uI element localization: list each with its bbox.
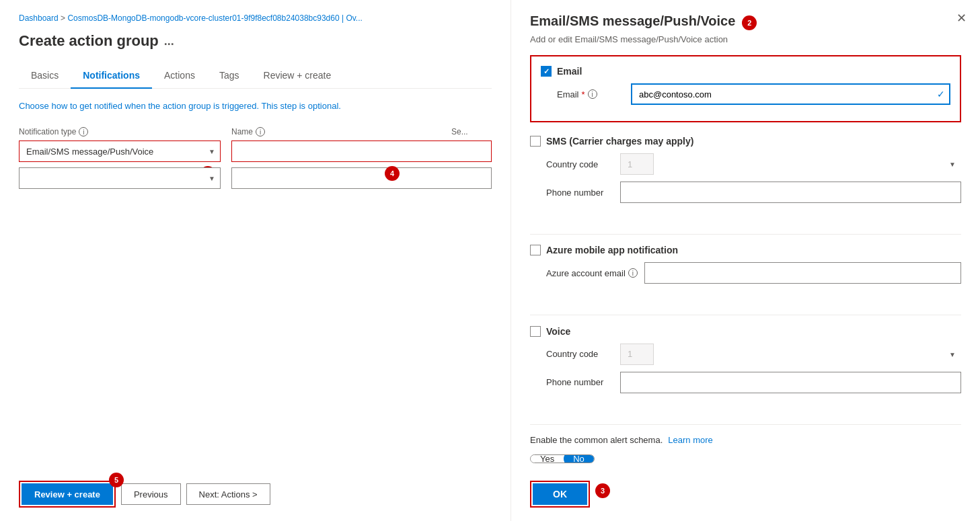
sms-section-title: SMS (Carrier charges may apply) bbox=[546, 136, 693, 147]
email-input-wrapper: ✓ bbox=[631, 83, 950, 105]
step-badge-4: 4 bbox=[385, 166, 400, 181]
voice-country-code-wrapper: 1 ▼ bbox=[620, 344, 961, 365]
previous-button[interactable]: Previous bbox=[121, 483, 181, 505]
notification-rows: Email/SMS message/Push/Voice ▼ 1 4 ▼ bbox=[19, 141, 492, 189]
learn-more-link[interactable]: Learn more bbox=[668, 435, 712, 445]
azure-account-email-row: Azure account email i bbox=[530, 262, 961, 284]
step-description: Choose how to get notified when the acti… bbox=[19, 101, 492, 111]
step-badge-2: 2 bbox=[742, 15, 757, 30]
required-star: * bbox=[582, 89, 585, 99]
check-icon: ✓ bbox=[937, 89, 945, 99]
alert-schema-toggle: Yes No bbox=[530, 454, 595, 463]
name-info-icon[interactable]: i bbox=[256, 127, 265, 136]
panel-title-group: Email/SMS message/Push/Voice 2 Add or ed… bbox=[530, 13, 757, 55]
left-panel: Dashboard > CosmosDB-MongoDB-mongodb-vco… bbox=[0, 0, 511, 521]
azure-account-email-input[interactable] bbox=[644, 262, 961, 284]
panel-subtitle: Add or edit Email/SMS message/Push/Voice… bbox=[530, 34, 757, 44]
col-se-header: Se... bbox=[451, 127, 492, 136]
azure-app-checkbox-row: Azure mobile app notification bbox=[530, 245, 961, 255]
table-row: Email/SMS message/Push/Voice ▼ 1 4 bbox=[19, 141, 492, 162]
voice-checkbox-row: Voice bbox=[530, 326, 961, 337]
azure-app-section: Azure mobile app notification Azure acco… bbox=[530, 245, 961, 290]
ok-button-border: OK bbox=[530, 481, 590, 508]
notification-name-input-row2[interactable] bbox=[231, 167, 492, 189]
sms-country-chevron-icon: ▼ bbox=[949, 161, 956, 168]
notification-type-select-row2[interactable] bbox=[19, 167, 221, 189]
tab-review-create[interactable]: Review + create bbox=[252, 63, 344, 89]
notification-name-input-row1[interactable] bbox=[231, 141, 492, 162]
azure-email-info-icon[interactable]: i bbox=[628, 268, 638, 278]
notification-type-select-wrapper: Email/SMS message/Push/Voice ▼ bbox=[19, 141, 221, 162]
panel-title: Email/SMS message/Push/Voice bbox=[530, 13, 735, 29]
table-header: Notification type i Name i Se... bbox=[19, 127, 492, 136]
voice-section: Voice Country code 1 ▼ Phone number bbox=[530, 326, 961, 400]
sms-country-code-select: 1 bbox=[620, 153, 654, 175]
email-field-row: Email * i ✓ bbox=[541, 83, 950, 105]
email-field-label: Email * i bbox=[557, 89, 624, 99]
sms-country-code-wrapper: 1 ▼ bbox=[620, 153, 961, 175]
voice-section-title: Voice bbox=[546, 326, 570, 337]
tab-notifications[interactable]: Notifications bbox=[71, 63, 152, 89]
azure-app-section-title: Azure mobile app notification bbox=[546, 245, 678, 255]
notification-type-select-wrapper-2: ▼ bbox=[19, 167, 221, 189]
azure-app-checkbox[interactable] bbox=[530, 245, 541, 255]
step-badge-5: 5 bbox=[109, 473, 124, 487]
notification-type-info-icon[interactable]: i bbox=[79, 127, 88, 136]
voice-phone-input[interactable] bbox=[620, 372, 961, 393]
close-panel-button[interactable]: ✕ bbox=[956, 11, 967, 26]
tabs: Basics Notifications Actions Tags Review… bbox=[19, 63, 492, 89]
voice-phone-label: Phone number bbox=[546, 377, 613, 387]
table-row: ▼ bbox=[19, 167, 492, 189]
tab-tags[interactable]: Tags bbox=[207, 63, 252, 89]
col-name-header: Name i bbox=[231, 127, 441, 136]
page-title-more[interactable]: ... bbox=[164, 34, 174, 48]
breadcrumb-dashboard[interactable]: Dashboard bbox=[19, 13, 59, 23]
sms-phone-label: Phone number bbox=[546, 188, 613, 198]
tab-actions[interactable]: Actions bbox=[152, 63, 207, 89]
email-section: Email Email * i ✓ bbox=[530, 55, 961, 122]
sms-section: SMS (Carrier charges may apply) Country … bbox=[530, 136, 961, 210]
email-checkbox[interactable] bbox=[541, 66, 552, 77]
bottom-buttons: Review + create 5 Previous Next: Actions… bbox=[19, 460, 492, 508]
page-title: Create action group ... bbox=[19, 32, 492, 50]
email-section-title: Email bbox=[557, 66, 582, 77]
breadcrumb-resource[interactable]: CosmosDB-MongoDB-mongodb-vcore-cluster01… bbox=[67, 13, 362, 23]
voice-country-chevron-icon: ▼ bbox=[949, 350, 956, 358]
sms-country-label: Country code bbox=[546, 159, 613, 169]
sms-phone-input[interactable] bbox=[620, 182, 961, 203]
step-badge-3: 3 bbox=[595, 483, 610, 498]
next-actions-button[interactable]: Next: Actions > bbox=[186, 483, 270, 505]
voice-phone-row: Phone number bbox=[530, 372, 961, 393]
col-type-header: Notification type i bbox=[19, 127, 221, 136]
review-create-wrapper: Review + create 5 bbox=[19, 481, 116, 508]
ok-button-area: OK 3 bbox=[530, 474, 961, 508]
email-checkbox-row: Email bbox=[541, 66, 950, 77]
right-panel: Email/SMS message/Push/Voice 2 Add or ed… bbox=[511, 0, 980, 521]
voice-checkbox[interactable] bbox=[530, 326, 541, 337]
email-input[interactable] bbox=[631, 83, 950, 105]
ok-button[interactable]: OK bbox=[533, 483, 587, 505]
email-info-icon[interactable]: i bbox=[588, 89, 597, 99]
tab-basics[interactable]: Basics bbox=[19, 63, 71, 89]
review-create-border: Review + create bbox=[19, 481, 116, 508]
sms-checkbox[interactable] bbox=[530, 136, 541, 147]
voice-country-label: Country code bbox=[546, 349, 613, 359]
voice-country-code-select: 1 bbox=[620, 344, 654, 365]
sms-country-code-row: Country code 1 ▼ bbox=[530, 153, 961, 175]
azure-account-email-label: Azure account email i bbox=[546, 268, 638, 278]
toggle-no-button[interactable]: No bbox=[564, 454, 594, 463]
panel-header: Email/SMS message/Push/Voice 2 Add or ed… bbox=[530, 13, 961, 55]
breadcrumb: Dashboard > CosmosDB-MongoDB-mongodb-vco… bbox=[19, 13, 492, 23]
review-create-button[interactable]: Review + create bbox=[22, 483, 113, 505]
alert-schema-row: Enable the common alert schema. Learn mo… bbox=[530, 435, 961, 445]
alert-schema-label: Enable the common alert schema. bbox=[530, 435, 663, 445]
notification-type-select-row1[interactable]: Email/SMS message/Push/Voice bbox=[19, 141, 221, 162]
toggle-yes-button[interactable]: Yes bbox=[531, 454, 564, 463]
sms-phone-row: Phone number bbox=[530, 182, 961, 203]
voice-country-code-row: Country code 1 ▼ bbox=[530, 344, 961, 365]
sms-checkbox-row: SMS (Carrier charges may apply) bbox=[530, 136, 961, 147]
